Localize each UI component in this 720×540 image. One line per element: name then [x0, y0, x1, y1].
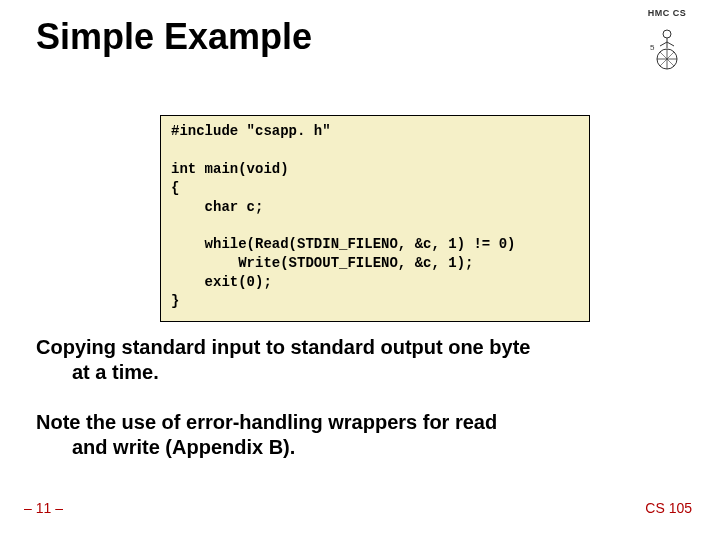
svg-point-0	[663, 30, 671, 38]
course-label: CS 105	[645, 500, 692, 516]
unicycle-icon: 5	[640, 20, 694, 70]
body2-line1: Note the use of error-handling wrappers …	[36, 411, 497, 433]
slide-title: Simple Example	[36, 16, 312, 58]
page-number: – 11 –	[24, 500, 63, 516]
logo-text: HMC CS	[648, 8, 687, 18]
svg-text:5: 5	[650, 43, 655, 52]
body1-line1: Copying standard input to standard outpu…	[36, 336, 530, 358]
slide: Simple Example HMC CS 5 #include "csapp.…	[0, 0, 720, 540]
body1-line2: at a time.	[36, 360, 684, 385]
code-block: #include "csapp. h" int main(void) { cha…	[160, 115, 590, 322]
svg-line-2	[660, 42, 667, 46]
logo: HMC CS 5	[632, 8, 702, 78]
body-text-1: Copying standard input to standard outpu…	[36, 335, 684, 385]
body2-line2: and write (Appendix B).	[36, 435, 684, 460]
body-text-2: Note the use of error-handling wrappers …	[36, 410, 684, 460]
svg-line-3	[667, 42, 674, 46]
